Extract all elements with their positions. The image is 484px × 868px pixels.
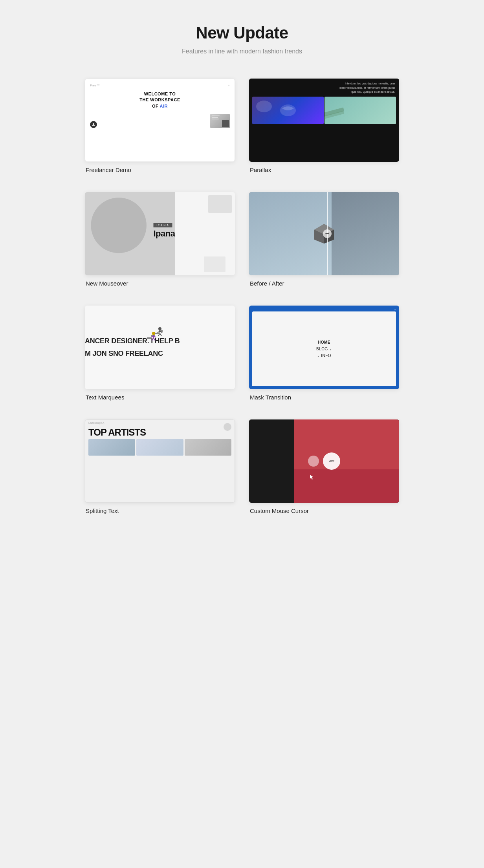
card-parallax[interactable]: Interdum, leo quis dapibus molestie, urn… (249, 79, 399, 173)
thumbnail-beforeafter: ⟷ (249, 192, 399, 275)
card-splitting[interactable]: Landscape A TOP ARTISTS Splitting Text (85, 419, 235, 514)
cursor-view-circle: view (323, 452, 340, 470)
splitting-top-bar: Landscape A (85, 420, 235, 426)
svg-line-21 (154, 338, 155, 341)
thumbnail-mouseover: IPANA Ipana (85, 192, 235, 275)
splitting-img-2 (136, 439, 183, 456)
mask-nav-info: INFO (317, 353, 331, 358)
parallax-text: Interdum, leo quis dapibus molestie, urn… (339, 82, 395, 94)
card-label-parallax: Parallax (249, 167, 399, 173)
svg-point-0 (93, 123, 94, 125)
marquee-row-1: ANCER DESIGNER. I HELP B (85, 335, 235, 347)
splitting-badge (224, 423, 231, 431)
mouseover-small-label: IPANA (154, 223, 172, 227)
freelancer-headline: WELCOME TOTHE WORKSPACEOF AIR (90, 91, 230, 109)
svg-line-15 (160, 333, 161, 336)
mask-nav-blog: BLOG (316, 347, 332, 351)
mouseover-rect-top (208, 195, 232, 213)
svg-point-16 (152, 332, 155, 335)
thumbnail-parallax: Interdum, leo quis dapibus molestie, urn… (249, 79, 399, 162)
card-label-beforeafter: Before / After (249, 280, 399, 287)
card-label-mask: Mask Transition (249, 394, 399, 401)
mask-close: × (394, 308, 396, 311)
svg-point-10 (158, 327, 161, 330)
air-text: AIR (160, 104, 167, 108)
card-freelancer-demo[interactable]: Free™ × WELCOME TOTHE WORKSPACEOF AIR (85, 79, 235, 173)
ba-circle: ⟷ (323, 229, 332, 238)
small-image (210, 114, 230, 128)
page-subtitle: Features in line with modern fashion tre… (8, 48, 476, 55)
thumbnail-marquees: ANCER DESIGNER. I HELP B (85, 306, 235, 389)
card-marquees[interactable]: ANCER DESIGNER. I HELP B (85, 306, 235, 400)
card-label-cursor: Custom Mouse Cursor (249, 507, 399, 514)
page-title: New Update (8, 24, 476, 42)
splitting-top-label: Landscape A (88, 421, 104, 424)
card-label-mouseover: New Mouseover (85, 280, 235, 287)
card-beforeafter[interactable]: ⟷ Before / After (249, 192, 399, 287)
parallax-image-left (252, 97, 324, 124)
card-mouseover[interactable]: IPANA Ipana New Mouseover (85, 192, 235, 287)
card-mask[interactable]: × HOME BLOG INFO Mask Transition (249, 306, 399, 400)
card-label-marquees: Text Marquees (85, 394, 235, 401)
card-cursor[interactable]: view Custom Mouse Cursor (249, 419, 399, 514)
page-header: New Update Features in line with modern … (8, 24, 476, 55)
splitting-images (85, 439, 235, 459)
cards-grid: Free™ × WELCOME TOTHE WORKSPACEOF AIR (85, 79, 399, 514)
free-badge: Free™ (90, 84, 99, 87)
thumbnail-freelancer: Free™ × WELCOME TOTHE WORKSPACEOF AIR (85, 79, 235, 162)
splitting-title: TOP ARTISTS (85, 426, 235, 439)
card-label-freelancer: Freelancer Demo (85, 167, 235, 173)
marquee-figure (145, 326, 169, 347)
mouseover-label-box: IPANA Ipana (154, 229, 175, 239)
mouseover-rect-bottom (204, 256, 226, 272)
mask-top-bar: × (249, 306, 399, 311)
splitting-img-3 (185, 439, 231, 456)
close-icon: × (228, 84, 230, 87)
page-wrapper: New Update Features in line with modern … (8, 24, 476, 514)
avatar (90, 121, 97, 128)
parallax-image-right (324, 97, 396, 124)
cursor-inner-circle (308, 456, 319, 467)
thumbnail-cursor: view (249, 419, 399, 503)
mask-white-area: HOME BLOG INFO (252, 311, 396, 386)
svg-rect-6 (147, 337, 151, 339)
marquee-row-2: M JON SNO FREELANC (85, 348, 235, 359)
svg-rect-8 (155, 333, 159, 334)
thumbnail-mask: × HOME BLOG INFO (249, 306, 399, 389)
thumbnail-splitting: Landscape A TOP ARTISTS (85, 419, 235, 503)
ba-right (332, 192, 399, 275)
mask-nav-home: HOME (318, 340, 330, 344)
splitting-img-1 (88, 439, 135, 456)
mouseover-big-label: Ipana (154, 229, 175, 239)
cursor-pointer (309, 474, 315, 482)
card-label-splitting: Splitting Text (85, 507, 235, 514)
